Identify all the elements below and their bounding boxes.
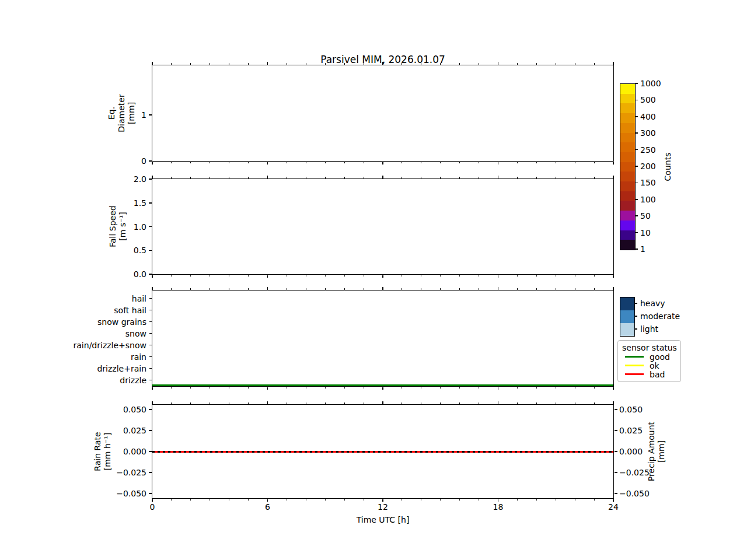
x-tick <box>517 162 518 164</box>
ylabel-precip-amount: Precip Amount [mm] <box>647 422 666 481</box>
xlabel-time-utc: Time UTC [h] <box>336 514 430 525</box>
x-tick <box>171 275 172 277</box>
x-tick <box>306 402 306 404</box>
counts-colorbar <box>620 83 636 250</box>
x-tick <box>575 177 575 178</box>
category-label: drizzle+rain <box>59 363 146 374</box>
x-tick <box>459 387 460 389</box>
x-tick <box>306 162 306 164</box>
x-tick <box>190 288 191 290</box>
x-tick <box>479 275 479 277</box>
x-tick <box>594 275 595 277</box>
x-tick <box>498 176 499 178</box>
x-tick <box>344 402 345 404</box>
x-tick <box>171 162 172 164</box>
x-tick <box>152 387 153 390</box>
x-tick-label: 24 <box>602 502 625 512</box>
x-tick <box>344 499 345 501</box>
x-tick <box>613 287 614 290</box>
x-tick <box>382 287 383 290</box>
category-tick <box>149 356 152 358</box>
x-tick <box>190 275 191 277</box>
x-tick <box>498 287 499 290</box>
y-tick <box>149 274 152 275</box>
colorbar-band <box>620 201 635 211</box>
x-tick <box>459 288 460 290</box>
category-tick <box>149 368 152 369</box>
colorbar-band <box>620 240 635 250</box>
colorbar-band <box>620 191 635 201</box>
x-tick <box>459 162 460 164</box>
y-tick-label: −0.025 <box>59 467 146 478</box>
x-tick <box>344 387 345 389</box>
x-tick <box>364 162 364 164</box>
x-tick <box>210 288 210 290</box>
colorbar-tick <box>635 249 638 250</box>
category-label: hail <box>59 293 146 304</box>
x-tick <box>287 288 287 290</box>
x-tick <box>152 401 153 404</box>
x-tick <box>267 176 268 178</box>
intensity-band-heavy <box>620 298 634 310</box>
intensity-tick <box>635 328 637 330</box>
x-tick <box>210 275 210 277</box>
x-tick <box>594 288 595 290</box>
x-tick <box>306 63 306 65</box>
x-tick <box>556 499 556 501</box>
x-tick <box>402 288 402 290</box>
x-tick <box>267 275 268 278</box>
x-tick <box>287 63 287 65</box>
x-tick <box>421 162 421 164</box>
x-tick <box>364 177 364 178</box>
x-tick <box>229 275 229 277</box>
colorbar-band <box>620 172 635 181</box>
colorbar-band <box>620 103 635 113</box>
x-tick <box>171 499 172 501</box>
x-tick <box>267 499 268 502</box>
x-tick <box>594 63 595 65</box>
category-label: rain <box>59 352 146 362</box>
x-tick <box>229 387 229 389</box>
x-tick <box>306 275 306 277</box>
x-tick <box>402 499 402 501</box>
y-tick-label: 0 <box>59 156 146 166</box>
x-tick <box>575 275 575 277</box>
colorbar-tick-label: 200 <box>640 161 656 172</box>
x-tick <box>402 63 402 65</box>
colorbar-band <box>620 142 635 152</box>
x-tick <box>613 176 614 178</box>
x-tick <box>267 287 268 290</box>
x-tick <box>440 177 441 178</box>
colorbar-tick-label: 1000 <box>640 78 661 89</box>
colorbar-band <box>620 113 635 123</box>
x-tick <box>556 275 556 277</box>
x-tick <box>229 288 229 290</box>
x-tick <box>556 177 556 178</box>
category-tick <box>149 321 152 323</box>
x-tick <box>556 402 556 404</box>
x-tick <box>325 402 326 404</box>
x-tick <box>325 288 326 290</box>
x-tick-label: 18 <box>487 502 510 512</box>
x-tick <box>382 387 383 390</box>
x-tick <box>479 177 479 178</box>
x-tick <box>517 177 518 178</box>
legend-line-bad <box>625 373 644 375</box>
x-tick <box>421 275 421 277</box>
x-tick <box>536 162 537 164</box>
y-tick-label-right: 0.000 <box>619 446 643 457</box>
y-tick <box>149 493 152 494</box>
x-tick <box>440 275 441 277</box>
x-tick <box>229 63 229 65</box>
colorbar-tick <box>635 215 638 216</box>
intensity-tick <box>635 316 637 317</box>
x-tick <box>382 401 383 404</box>
y-tick-label: 1.5 <box>59 198 146 208</box>
x-tick <box>287 275 287 277</box>
x-tick <box>325 387 326 389</box>
x-tick <box>440 162 441 164</box>
x-tick <box>248 288 249 290</box>
x-tick <box>594 177 595 178</box>
x-tick <box>613 387 614 390</box>
x-tick-label: 12 <box>371 502 395 512</box>
